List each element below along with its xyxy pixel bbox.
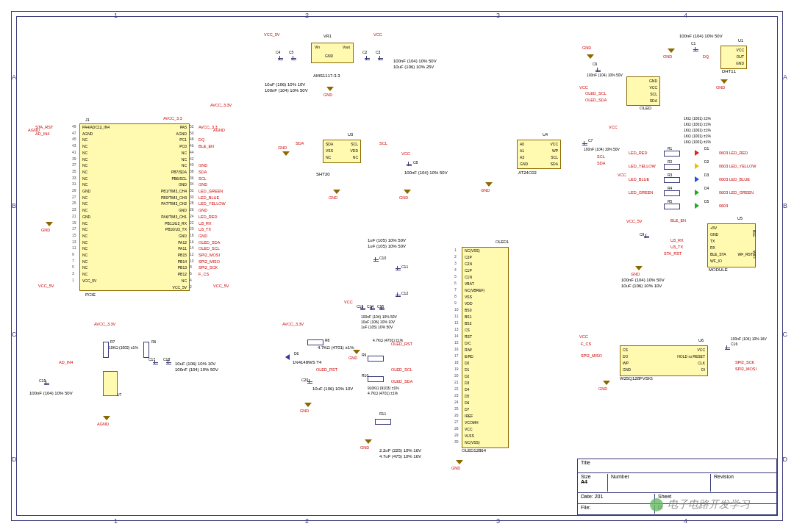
- tb-title: Title: [581, 460, 590, 472]
- u3-gnd3: [404, 190, 411, 194]
- c2: [366, 56, 368, 60]
- oh-sda: OLED_SDA: [585, 98, 607, 102]
- ic-u1: VCC OUT GND: [720, 46, 747, 69]
- u6-r1: VCC: [697, 348, 705, 352]
- u6-nl1: F_CS: [581, 342, 591, 346]
- c10: [375, 257, 376, 262]
- R5: [664, 204, 680, 209]
- u4-l1: A0: [520, 142, 524, 146]
- u6-l1: CS: [623, 348, 628, 352]
- r11: [375, 419, 391, 425]
- rst-gndl: GND: [300, 409, 309, 413]
- c9-note1: 100nF (104) 10% 50V: [621, 278, 665, 282]
- tb-file: File:: [581, 505, 654, 514]
- u4-gnd: [485, 182, 493, 187]
- ob-scl: OLED_SCL: [391, 367, 412, 372]
- row-a-r: A: [783, 73, 787, 81]
- oh-p3: SCL: [650, 92, 657, 96]
- d6-ref: D6: [294, 351, 298, 356]
- rst-net: OLED_RST: [316, 367, 337, 372]
- j1-avcc33: AVCC_3.3: [163, 116, 182, 121]
- u5-side2: WIFI: [752, 251, 757, 259]
- vr1-ref: VR1: [323, 34, 332, 38]
- u3-gnd2l: GND: [329, 195, 337, 200]
- ob-gnd3: [456, 460, 463, 464]
- j1-vcc5v-r: VCC_5V: [213, 284, 229, 288]
- u5-n4: STA_RST: [664, 251, 682, 256]
- u1-p3: GND: [736, 61, 744, 65]
- r10-ref: R10: [362, 373, 368, 378]
- u6-vcc: VCC: [579, 334, 588, 339]
- ic-vr1: Vin Vout GND: [311, 43, 354, 63]
- u1-gnd-lbl: GND: [663, 54, 672, 59]
- u4-l2: A1: [520, 148, 524, 153]
- c9-note2: 10uF (106) 10% 10V: [621, 284, 662, 288]
- c16-ref: C16: [731, 342, 737, 346]
- rst-vcc: AVCC_3.3V: [282, 322, 304, 326]
- u5-vcc5v: VCC_5V: [626, 219, 642, 223]
- u4-l3: A3: [520, 155, 524, 159]
- u3-l3: NC: [326, 155, 331, 159]
- u6-l2: DO: [623, 354, 629, 359]
- r9-ref: R9: [362, 353, 366, 357]
- ob-gnd3l: GND: [451, 466, 460, 470]
- c3-note: 10uF (106) 10% 25V: [393, 65, 434, 69]
- ic-u4: A0 A1 A3 GND VCC WP SCL SDA: [517, 140, 561, 169]
- u6-r4: DI: [701, 367, 705, 372]
- u6-l4: GND: [623, 367, 631, 372]
- c5-ref: C5: [289, 50, 293, 54]
- d6-part: 1N4148WS T4: [293, 360, 321, 364]
- c6-note: 100nF (104) 10% 50V: [587, 73, 623, 77]
- u1-gnd: [668, 48, 675, 53]
- row-c-l: C: [12, 331, 17, 338]
- r10: [368, 376, 384, 382]
- c18-ref: C18: [163, 357, 170, 362]
- u3-part: SHT20: [316, 172, 330, 176]
- tb-rev: Revision: [714, 474, 734, 479]
- col-2-top: 2: [305, 12, 309, 19]
- u1-ref: U1: [738, 38, 743, 43]
- c9: [645, 234, 647, 238]
- c20-note: 10uF (106) 10% 10V: [312, 387, 353, 391]
- c14-ref: C14: [367, 304, 373, 309]
- vr1-gnd-sym: [326, 87, 334, 91]
- c3-ref: C3: [376, 50, 380, 54]
- u3-gndl: GND: [278, 145, 287, 150]
- c3: [379, 56, 381, 60]
- u5-gnd: [635, 266, 643, 270]
- c7: [584, 141, 585, 145]
- c4-note: 10uF (106) 10% 10V: [265, 82, 305, 87]
- u1-gnd2: [720, 79, 728, 84]
- u4-r3: SCL: [551, 155, 558, 159]
- j1-ref: J1: [85, 118, 90, 122]
- u1-p2: OUT: [736, 54, 744, 59]
- vr1-part: AMS1117-3.3: [313, 73, 340, 78]
- j1-part: PCIE: [85, 292, 96, 297]
- c16: [726, 345, 728, 350]
- cbn2: 10uF (106) 10% 10V: [361, 320, 395, 324]
- j1-gnd: [46, 222, 53, 226]
- c17-note: 10uF (106) 10% 10V: [175, 362, 215, 366]
- col-1-top: 1: [114, 12, 118, 19]
- oh-p4: SDA: [650, 98, 657, 103]
- oa-net: AD_IN4: [59, 360, 73, 364]
- oh-gnd: [587, 54, 594, 59]
- cap225: 2.2uF (225) 10% 16V: [379, 448, 421, 453]
- u4-vcc: VCC: [609, 125, 618, 129]
- col-4-bot: 4: [684, 517, 687, 525]
- ob-gnd1l: GND: [348, 356, 357, 360]
- u4-gndl: GND: [481, 188, 490, 193]
- u5-l6: WF_IO: [710, 259, 722, 263]
- vr1-vout: Vout: [343, 45, 350, 49]
- oh-ref: OLED: [640, 106, 651, 110]
- u5-l3: TX: [710, 239, 715, 243]
- u4-l4: GND: [520, 162, 528, 166]
- u4-scl: SCL: [597, 154, 605, 159]
- cbn1: 100nF (104) 10% 50V: [361, 314, 397, 319]
- ic-oled-hdr: GND VCC SCL SDA: [626, 76, 660, 106]
- vr1-vcc5v: VCC_5V: [264, 32, 279, 37]
- c8-note: 100nF (104) 10% 50V: [404, 170, 448, 175]
- u3-r2: VDD: [350, 148, 358, 153]
- u5-ref: U5: [737, 216, 743, 220]
- j1-vcc5v-l: VCC_5V: [38, 284, 54, 288]
